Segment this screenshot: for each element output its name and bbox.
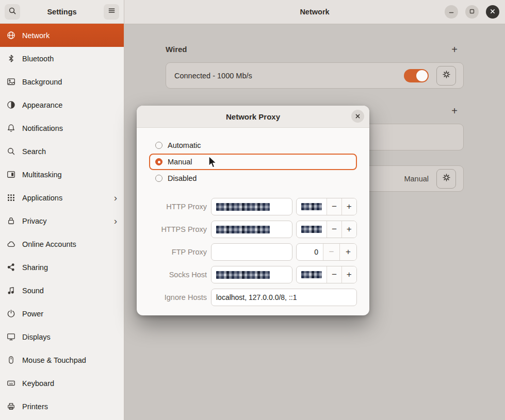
- sidebar-item-label: Bluetooth: [22, 55, 54, 63]
- field-label: FTP Proxy: [149, 248, 207, 256]
- proxy-mode-disabled[interactable]: Disabled: [149, 170, 357, 187]
- sidebar-item-label: Printers: [22, 402, 48, 411]
- https-proxy-input[interactable]: [211, 221, 292, 238]
- socks-port-spinner: − +: [296, 266, 357, 283]
- sidebar-item-label: Appearance: [22, 101, 62, 109]
- socks-host-input[interactable]: [211, 266, 292, 283]
- gear-icon: [442, 173, 451, 184]
- minimize-icon: [448, 7, 454, 16]
- http-proxy-input[interactable]: [211, 198, 292, 215]
- redacted-value: [301, 203, 322, 210]
- spin-minus-button[interactable]: −: [327, 198, 341, 215]
- sidebar-item-label: Notifications: [22, 124, 63, 132]
- ftp-proxy-input[interactable]: [211, 243, 292, 261]
- field-label: HTTP Proxy: [149, 203, 207, 211]
- network-proxy-dialog: Network Proxy Automatic Manual Disabled …: [137, 106, 369, 315]
- sidebar-item-label: Mouse & Touchpad: [22, 356, 86, 364]
- sidebar-item-label: Applications: [22, 194, 62, 202]
- sidebar-item-sharing[interactable]: Sharing: [0, 256, 124, 279]
- maximize-button[interactable]: [465, 5, 479, 19]
- background-photo-icon: [7, 77, 15, 86]
- network-globe-icon: [7, 31, 15, 40]
- sidebar-item-displays[interactable]: Displays: [0, 325, 124, 348]
- port-value[interactable]: [297, 198, 327, 215]
- wired-section-heading: Wired: [166, 45, 187, 54]
- proxy-mode-automatic[interactable]: Automatic: [149, 137, 357, 154]
- proxy-form: HTTP Proxy − + HTTPS Proxy − +: [149, 198, 357, 306]
- sidebar-item-label: Background: [22, 78, 62, 86]
- proxy-row-controls: Manual: [404, 169, 463, 189]
- dialog-body: Automatic Manual Disabled HTTP Proxy − +: [137, 128, 369, 306]
- sidebar-item-label: Power: [22, 310, 43, 318]
- spin-minus-button[interactable]: −: [327, 221, 341, 238]
- maximize-icon: [469, 7, 475, 16]
- sidebar-item-keyboard[interactable]: Keyboard: [0, 372, 124, 395]
- dialog-title: Network Proxy: [226, 112, 280, 121]
- music-note-icon: [7, 286, 15, 295]
- spin-plus-button[interactable]: +: [342, 266, 356, 283]
- sidebar-item-applications[interactable]: Applications ›: [0, 186, 124, 209]
- http-port-spinner: − +: [296, 198, 357, 215]
- sidebar-item-appearance[interactable]: Appearance: [0, 93, 124, 116]
- add-wired-connection-button[interactable]: +: [449, 44, 460, 55]
- sidebar-item-bluetooth[interactable]: Bluetooth: [0, 47, 124, 70]
- sidebar-item-label: Sharing: [22, 263, 48, 272]
- sidebar-item-label: Displays: [22, 333, 51, 341]
- proxy-mode-manual[interactable]: Manual: [149, 154, 357, 170]
- spin-minus-button[interactable]: −: [327, 266, 341, 283]
- mouse-icon: [7, 356, 15, 364]
- sidebar-item-search[interactable]: Search: [0, 140, 124, 163]
- sidebar-item-notifications[interactable]: Notifications: [0, 116, 124, 140]
- settings-window: Settings Network Bluetooth Background: [0, 0, 505, 420]
- sidebar-item-mouse-touchpad[interactable]: Mouse & Touchpad: [0, 348, 124, 372]
- wired-connection-row: Connected - 1000 Mb/s: [166, 62, 464, 89]
- redacted-value: [216, 203, 270, 211]
- sidebar-item-label: Network: [22, 31, 50, 40]
- ignore-hosts-input[interactable]: localhost, 127.0.0.0/8, ::1: [211, 289, 357, 306]
- dialog-close-button[interactable]: [351, 110, 364, 123]
- sidebar-item-privacy[interactable]: Privacy ›: [0, 209, 124, 232]
- sidebar-item-label: Keyboard: [22, 379, 54, 388]
- sidebar-item-sound[interactable]: Sound: [0, 279, 124, 302]
- sidebar-item-multitasking[interactable]: Multitasking: [0, 163, 124, 186]
- redacted-value: [216, 226, 270, 233]
- spin-minus-button[interactable]: −: [323, 244, 340, 260]
- search-icon: [8, 7, 17, 17]
- ftp-proxy-row: FTP Proxy 0 − +: [149, 243, 357, 261]
- close-button[interactable]: [486, 5, 499, 19]
- sidebar-item-background[interactable]: Background: [0, 70, 124, 93]
- spin-plus-button[interactable]: +: [342, 221, 356, 238]
- https-proxy-row: HTTPS Proxy − +: [149, 221, 357, 238]
- port-value[interactable]: 0: [297, 244, 323, 260]
- proxy-settings-button[interactable]: [436, 169, 456, 189]
- wired-settings-button[interactable]: [436, 66, 456, 86]
- sidebar-list: Network Bluetooth Background Appearance …: [0, 24, 124, 420]
- gear-icon: [442, 70, 451, 81]
- spin-plus-button[interactable]: +: [340, 244, 356, 260]
- add-vpn-button[interactable]: +: [449, 105, 460, 116]
- sidebar-item-printers[interactable]: Printers: [0, 395, 124, 418]
- https-port-spinner: − +: [296, 221, 357, 238]
- hamburger-menu-icon: [108, 7, 116, 16]
- mode-label: Disabled: [168, 174, 197, 182]
- main-menu-button[interactable]: [104, 4, 119, 20]
- search-button[interactable]: [5, 4, 20, 20]
- port-value[interactable]: [297, 221, 327, 238]
- bell-icon: [7, 124, 15, 132]
- toggle-knob: [416, 70, 428, 81]
- sidebar-item-power[interactable]: Power: [0, 302, 124, 325]
- cloud-icon: [7, 240, 15, 248]
- monitor-icon: [7, 332, 15, 341]
- wired-toggle-switch[interactable]: [404, 69, 429, 82]
- spin-plus-button[interactable]: +: [342, 198, 356, 215]
- radio-unchecked-icon: [155, 142, 162, 149]
- sidebar-item-label: Search: [22, 147, 46, 156]
- sidebar-item-network[interactable]: Network: [0, 24, 124, 47]
- app-grid-icon: [7, 193, 15, 202]
- bluetooth-icon: [7, 54, 15, 63]
- mode-label: Manual: [168, 158, 192, 166]
- port-value[interactable]: [297, 266, 327, 283]
- wired-row-controls: [404, 66, 463, 86]
- minimize-button[interactable]: [445, 5, 458, 19]
- sidebar-item-online-accounts[interactable]: Online Accounts: [0, 232, 124, 256]
